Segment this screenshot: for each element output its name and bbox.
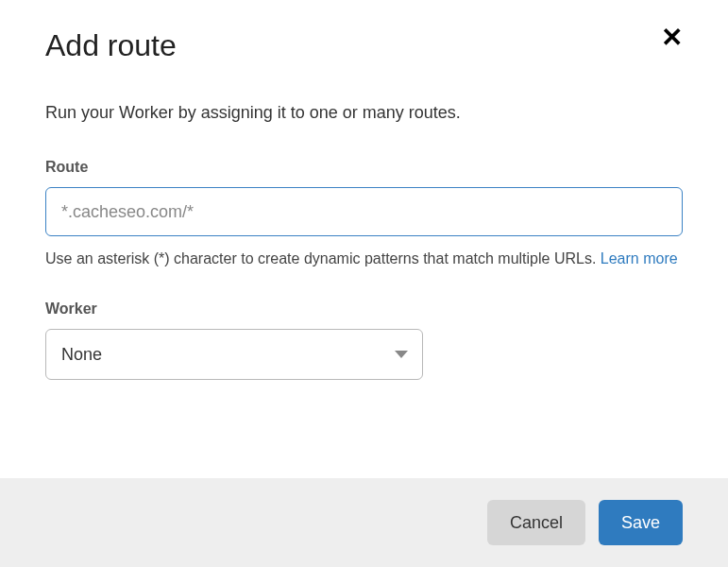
worker-form-group: Worker None — [45, 301, 683, 380]
route-help-text: Use an asterisk (*) character to create … — [45, 248, 683, 270]
worker-label: Worker — [45, 301, 683, 318]
close-icon: ✕ — [661, 23, 683, 52]
route-form-group: Route Use an asterisk (*) character to c… — [45, 159, 683, 270]
worker-select[interactable]: None — [45, 329, 423, 380]
route-input[interactable] — [45, 187, 683, 236]
modal-description: Run your Worker by assigning it to one o… — [45, 101, 683, 125]
save-button[interactable]: Save — [599, 500, 683, 545]
modal-footer: Cancel Save — [0, 478, 728, 567]
close-button[interactable]: ✕ — [661, 25, 683, 51]
modal-header: Add route ✕ — [45, 28, 683, 63]
modal-title: Add route — [45, 28, 177, 63]
route-help-text-content: Use an asterisk (*) character to create … — [45, 250, 601, 266]
cancel-button[interactable]: Cancel — [487, 500, 585, 545]
route-label: Route — [45, 159, 683, 176]
learn-more-link[interactable]: Learn more — [601, 250, 678, 266]
